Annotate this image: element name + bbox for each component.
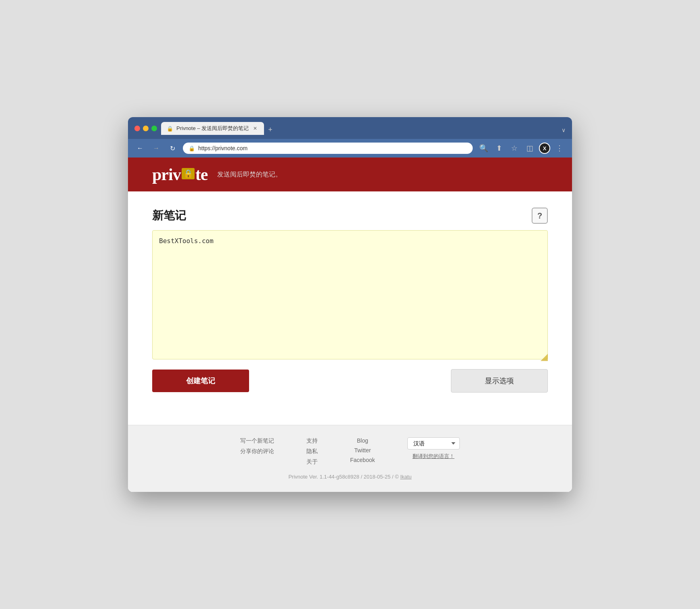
site-tagline: 发送阅后即焚的笔记。	[217, 170, 282, 179]
logo-lock-icon: 🔒	[182, 168, 195, 179]
ikatu-link[interactable]: Ikatu	[400, 474, 411, 480]
textarea-wrapper: BestXTools.com	[152, 230, 548, 361]
browser-window: 🔒 Privnote – 发送阅后即焚的笔记 ✕ + ∨ ← → ↻ 🔒 htt…	[128, 117, 572, 492]
note-header: 新笔记 ?	[152, 208, 548, 224]
url-bar[interactable]: 🔒 https://privnote.com	[183, 143, 473, 154]
footer-link-new-note[interactable]: 写一个新笔记	[240, 437, 274, 445]
tab-lock-icon: 🔒	[167, 126, 173, 132]
footer-link-about[interactable]: 关于	[306, 458, 318, 466]
create-note-button[interactable]: 创建笔记	[152, 370, 249, 392]
site-header: priv 🔒 te 发送阅后即焚的笔记。	[128, 158, 572, 191]
note-section-title: 新笔记	[152, 208, 186, 223]
tab-chevron-icon[interactable]: ∨	[562, 127, 566, 133]
note-textarea[interactable]: BestXTools.com	[152, 230, 548, 359]
footer-link-review[interactable]: 分享你的评论	[240, 448, 274, 455]
url-text: https://privnote.com	[198, 145, 247, 151]
language-select[interactable]: 汉语 English 日本語	[407, 437, 460, 449]
footer-col-3: Blog Twitter Facebook	[350, 437, 375, 466]
footer-version: Privnote Ver. 1.1-44-g58c8928 / 2018-05-…	[152, 474, 548, 480]
help-button[interactable]: ?	[532, 208, 548, 224]
buttons-row: 创建笔记 显示选项	[152, 369, 548, 393]
show-options-button[interactable]: 显示选项	[451, 369, 548, 393]
footer-col-2: 支持 隐私 关于	[306, 437, 318, 466]
tabs-row: 🔒 Privnote – 发送阅后即焚的笔记 ✕ + ∨	[161, 122, 566, 135]
site-footer: 写一个新笔记 分享你的评论 支持 隐私 关于 Blog Twitter Face…	[128, 425, 572, 492]
active-tab[interactable]: 🔒 Privnote – 发送阅后即焚的笔记 ✕	[161, 122, 264, 135]
footer-link-support[interactable]: 支持	[306, 437, 318, 445]
page-content: priv 🔒 te 发送阅后即焚的笔记。 新笔记 ? BestXTools.co…	[128, 158, 572, 492]
tab-close-button[interactable]: ✕	[252, 125, 258, 132]
maximize-button[interactable]	[151, 126, 157, 131]
address-bar: ← → ↻ 🔒 https://privnote.com 🔍 ⬆ ☆ ◫ X ⋮	[128, 139, 572, 158]
reload-button[interactable]: ↻	[167, 143, 178, 154]
title-bar: 🔒 Privnote – 发送阅后即焚的笔记 ✕ + ∨	[128, 117, 572, 139]
menu-icon[interactable]: ⋮	[553, 142, 566, 154]
resize-handle[interactable]	[540, 353, 548, 361]
language-selector: 汉语 English 日本語 翻译到您的语言！	[407, 437, 460, 466]
search-icon[interactable]: 🔍	[478, 142, 490, 154]
translate-link[interactable]: 翻译到您的语言！	[413, 453, 455, 460]
toolbar-icons: 🔍 ⬆ ☆ ◫ X ⋮	[478, 142, 566, 154]
site-logo: priv 🔒 te	[152, 165, 207, 184]
url-lock-icon: 🔒	[189, 145, 195, 151]
user-avatar[interactable]: X	[539, 143, 550, 154]
tab-title: Privnote – 发送阅后即焚的笔记	[176, 125, 249, 132]
footer-link-blog[interactable]: Blog	[357, 437, 368, 444]
new-tab-button[interactable]: +	[264, 126, 277, 133]
footer-col-1: 写一个新笔记 分享你的评论	[240, 437, 274, 466]
back-button[interactable]: ←	[134, 143, 146, 154]
traffic-lights	[134, 126, 157, 131]
footer-link-twitter[interactable]: Twitter	[354, 447, 371, 454]
minimize-button[interactable]	[143, 126, 149, 131]
logo-text-after: te	[195, 165, 208, 184]
title-bar-top: 🔒 Privnote – 发送阅后即焚的笔记 ✕ + ∨	[134, 122, 566, 135]
footer-link-facebook[interactable]: Facebook	[350, 457, 375, 463]
logo-text-before: priv	[152, 165, 181, 184]
main-area: 新笔记 ? BestXTools.com 创建笔记 显示选项	[128, 191, 572, 425]
forward-button[interactable]: →	[151, 143, 162, 154]
version-text: Privnote Ver. 1.1-44-g58c8928 / 2018-05-…	[288, 474, 400, 480]
share-icon[interactable]: ⬆	[493, 142, 505, 154]
sidebar-icon[interactable]: ◫	[524, 142, 536, 154]
bookmark-icon[interactable]: ☆	[508, 142, 520, 154]
footer-link-privacy[interactable]: 隐私	[306, 448, 318, 455]
footer-links: 写一个新笔记 分享你的评论 支持 隐私 关于 Blog Twitter Face…	[152, 437, 548, 466]
close-button[interactable]	[134, 126, 140, 131]
